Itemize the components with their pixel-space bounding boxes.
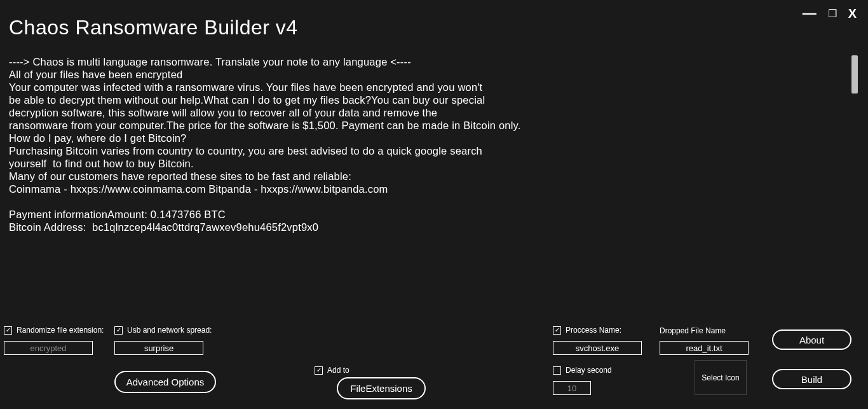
select-icon-button[interactable]: Select Icon	[695, 360, 747, 395]
close-icon[interactable]: X	[848, 6, 857, 21]
scrollbar[interactable]	[850, 55, 859, 321]
randomize-extension-label: Randomize file extension:	[17, 326, 104, 335]
delay-second-label: Delay second	[566, 366, 612, 375]
about-button[interactable]: About	[772, 329, 851, 350]
add-to-checkbox[interactable]: ✓ Add to	[315, 366, 349, 375]
usb-spread-checkbox[interactable]: ✓ Usb and network spread:	[114, 326, 212, 335]
randomize-extension-checkbox[interactable]: ✓ Randomize file extension:	[4, 326, 104, 335]
process-name-checkbox[interactable]: ✓ Proccess Name:	[553, 326, 642, 335]
process-name-input[interactable]	[553, 341, 642, 355]
app-title: Chaos Ransomware Builder v4	[0, 0, 868, 39]
add-to-label: Add to	[327, 366, 349, 375]
dropped-file-input[interactable]	[660, 341, 749, 355]
delay-second-checkbox[interactable]: Delay second	[553, 366, 612, 375]
build-button[interactable]: Build	[772, 369, 851, 389]
advanced-options-button[interactable]: Advanced Options	[114, 371, 216, 393]
randomize-extension-input[interactable]	[4, 341, 93, 355]
usb-spread-label: Usb and network spread:	[127, 326, 212, 335]
minimize-icon[interactable]: —	[803, 5, 817, 22]
scroll-thumb[interactable]	[851, 55, 858, 94]
process-name-label: Proccess Name:	[566, 326, 621, 335]
file-extensions-button[interactable]: FileExtensions	[337, 377, 426, 399]
dropped-file-label: Dropped File Name	[660, 326, 749, 335]
usb-spread-input[interactable]	[114, 341, 203, 355]
maximize-icon[interactable]: ❐	[828, 8, 837, 20]
ransom-note-textarea[interactable]: ----> Chaos is multi language ransomware…	[9, 55, 859, 321]
delay-second-input[interactable]	[553, 381, 591, 395]
